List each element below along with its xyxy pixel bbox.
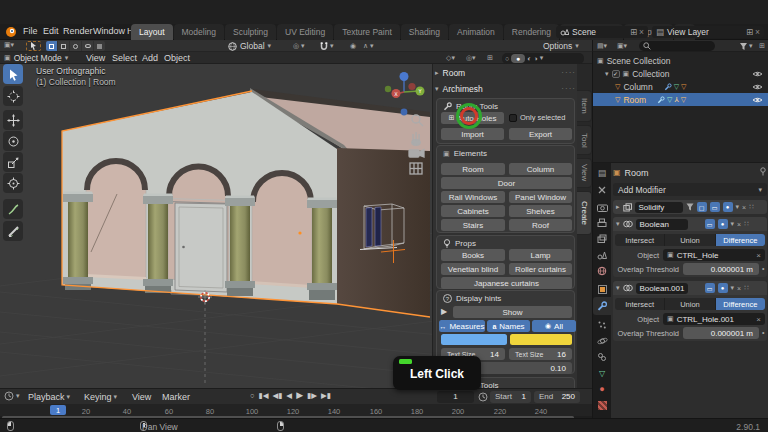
options-dropdown[interactable]: Options▾ (543, 40, 579, 52)
new-scene-icon[interactable]: ⊞ (630, 27, 637, 37)
tab-modifiers-icon[interactable] (595, 299, 609, 313)
outliner-row-scene-collection[interactable]: ▣ Scene Collection (593, 54, 768, 67)
drag-grip-icon[interactable]: ∷ (744, 284, 748, 292)
tab-render-icon[interactable] (595, 200, 609, 214)
shading-material-icon[interactable]: ◐ (527, 55, 531, 62)
extras-caret-icon[interactable]: ▾ (736, 203, 740, 211)
operation-difference[interactable]: Difference (716, 234, 765, 246)
prop-lamp-button[interactable]: Lamp (509, 249, 572, 261)
operation-union[interactable]: Union (665, 298, 715, 310)
pin-icon[interactable] (759, 167, 767, 178)
expand-arrow-icon[interactable]: ▾ (616, 220, 620, 228)
tab-shading[interactable]: Shading (401, 24, 448, 40)
timeline-menu-keying[interactable]: Keying▾ (84, 392, 117, 402)
operation-intersect[interactable]: Intersect (615, 298, 665, 310)
shading-dropdown-caret[interactable]: ▾ (540, 54, 544, 62)
play-reverse-button[interactable]: ◀ (286, 391, 292, 400)
vp-menu-view[interactable]: View (86, 53, 105, 63)
modifier-name-field[interactable]: Boolean (636, 219, 688, 230)
remove-view-layer-icon[interactable]: × (755, 27, 760, 37)
pivot-point-dropdown[interactable]: ◎ ▾ (293, 42, 305, 50)
drag-grip-icon[interactable]: ∷ (749, 203, 753, 211)
tab-object-icon[interactable] (595, 282, 609, 296)
gizmo-axis-ball[interactable] (401, 109, 408, 116)
expand-arrow-icon[interactable]: ▸ (616, 203, 620, 211)
timeline-ruler[interactable]: 20 40 60 80 100 120 140 160 180 200 220 … (0, 404, 592, 416)
panel-drag-grip[interactable]: ···· (561, 84, 576, 93)
frame-start-field[interactable]: Start1 (490, 391, 531, 403)
element-column-button[interactable]: Column (509, 163, 572, 175)
new-collection-icon[interactable]: ⊞ (759, 42, 765, 50)
select-mode-tweak[interactable] (46, 41, 57, 51)
editor-type-button[interactable]: ▣▾ (4, 41, 14, 49)
element-roof-button[interactable]: Roof (509, 219, 572, 231)
vp-menu-add[interactable]: Add (142, 53, 158, 63)
active-tool-icon[interactable] (26, 41, 41, 51)
vp-menu-object[interactable]: Object (164, 53, 190, 63)
panel-room-header[interactable]: ▸ Room ···· (435, 66, 576, 79)
tab-particles-icon[interactable] (595, 318, 609, 332)
tool-scale[interactable] (3, 152, 23, 172)
tab-world-icon[interactable] (595, 264, 609, 278)
realtime-toggle-icon[interactable]: ▭ (710, 202, 720, 212)
prop-venetian-button[interactable]: Venetian blind (441, 263, 505, 275)
frame-end-field[interactable]: End250 (534, 391, 580, 403)
tab-modeling[interactable]: Modeling (174, 24, 225, 40)
render-toggle-icon[interactable]: ● (718, 219, 728, 229)
expand-arrow-icon[interactable]: ▾ (616, 284, 620, 292)
unlink-scene-icon[interactable]: × (639, 27, 644, 37)
tab-constraints-icon[interactable] (595, 350, 609, 364)
vp-menu-select[interactable]: Select (112, 53, 137, 63)
tab-texture-paint[interactable]: Texture Paint (334, 24, 400, 40)
operation-union[interactable]: Union (665, 234, 715, 246)
delete-modifier-icon[interactable]: × (737, 221, 741, 228)
element-rail-windows-button[interactable]: Rail Windows (441, 191, 505, 203)
extras-caret-icon[interactable]: ▾ (731, 284, 735, 292)
tab-animation[interactable]: Animation (449, 24, 503, 40)
overlays-dropdown[interactable]: ◎▾ (466, 54, 476, 62)
modifier-solidify-header[interactable]: ▸ Solidify ▢ ▭ ● ▾ × ∷ (613, 200, 767, 214)
names-toggle[interactable]: aNames (487, 320, 530, 332)
next-keyframe-button[interactable]: ▮▶ (307, 391, 317, 400)
boolean1-overlap-field[interactable]: 0.000001 m (683, 263, 759, 275)
outliner-row-column[interactable]: ▽ Column ▽ ▽ (593, 80, 768, 93)
panel-drag-grip[interactable]: ···· (561, 68, 576, 77)
select-mode-lasso[interactable] (82, 41, 93, 51)
gizmos-dropdown[interactable]: ◇▾ (446, 54, 455, 62)
play-button[interactable]: ▶ (296, 390, 303, 400)
timeline-menu-playback[interactable]: Playback▾ (28, 392, 70, 402)
element-stairs-button[interactable]: Stairs (441, 219, 505, 231)
boolean1-object-field[interactable]: ▣ CTRL_Hole × (663, 249, 765, 261)
hide-eye-icon[interactable] (752, 70, 763, 78)
tab-view-layer-icon[interactable] (595, 232, 609, 246)
element-shelves-button[interactable]: Shelves (509, 205, 572, 217)
npanel-tab-tool[interactable]: Tool (577, 125, 592, 155)
prop-books-button[interactable]: Books (441, 249, 505, 261)
proportional-edit-icon[interactable]: ◉ (350, 42, 356, 50)
outliner-filter-icon[interactable] (739, 42, 748, 53)
properties-editor-type-icon[interactable]: ▤ (595, 166, 609, 180)
current-frame-field[interactable]: 1 (437, 391, 474, 403)
scene-selector[interactable]: Scene ⊞ × (556, 26, 648, 38)
tab-tool-icon[interactable] (595, 183, 609, 197)
timeline-editor-type-icon[interactable]: ▾ (4, 391, 20, 401)
select-mode-paint[interactable] (94, 41, 105, 51)
tool-transform[interactable] (3, 173, 23, 193)
drag-grip-icon[interactable]: ∷ (744, 220, 748, 228)
realtime-toggle-icon[interactable]: ▭ (705, 283, 715, 293)
clear-object-icon[interactable]: × (756, 315, 761, 324)
delete-modifier-icon[interactable]: × (742, 204, 746, 211)
modifier-name-field[interactable]: Solidify (635, 202, 683, 213)
clear-object-icon[interactable]: × (756, 251, 761, 260)
element-cabinets-button[interactable]: Cabinets (441, 205, 505, 217)
only-selected-checkbox[interactable]: Only selected (509, 113, 565, 122)
gizmo-axis-ball[interactable] (408, 83, 415, 90)
prop-japanese-button[interactable]: Japanese curtains (441, 277, 572, 289)
export-button[interactable]: Export (509, 128, 572, 140)
tab-layout[interactable]: Layout (131, 24, 173, 40)
edit-mode-toggle-icon[interactable]: ▢ (697, 202, 707, 212)
timeline-menu-marker[interactable]: Marker (162, 392, 190, 402)
operation-intersect[interactable]: Intersect (615, 234, 665, 246)
animate-dot-icon[interactable]: • (762, 329, 764, 336)
xray-toggle-icon[interactable]: ⊞ (487, 54, 493, 62)
